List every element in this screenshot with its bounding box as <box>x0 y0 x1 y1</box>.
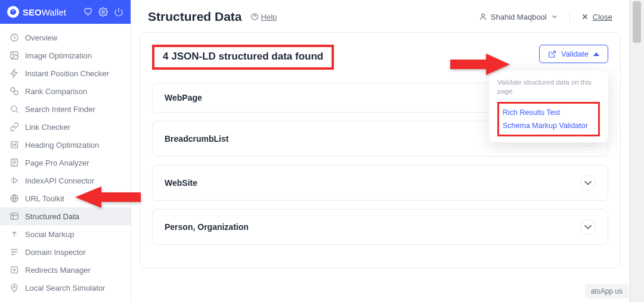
dropdown-title: Validate structured data on this page <box>497 78 600 96</box>
chevron-up-icon <box>593 52 599 56</box>
help-link[interactable]: Help <box>250 13 277 21</box>
sidebar-item-label: Local Search Simulator <box>25 284 105 292</box>
close-button[interactable]: Close <box>581 13 612 21</box>
brand-logo-icon <box>7 6 19 18</box>
accordion-label: BreadcrumbList <box>165 134 228 144</box>
validate-button[interactable]: Validate <box>539 45 608 63</box>
sidebar-item-heading-optimization[interactable]: Heading Optimization <box>0 136 131 154</box>
sidebar-item-social-markup[interactable]: Social Markup <box>0 225 131 243</box>
svg-point-6 <box>11 106 17 111</box>
sidebar: SEOWallet Overview Image Optimization In… <box>0 0 131 302</box>
sidebar-item-local-search[interactable]: Local Search Simulator <box>0 279 131 297</box>
sidebar-item-label: Redirects Manager <box>25 266 91 275</box>
sidebar-item-instant-position[interactable]: Instant Position Checker <box>0 64 131 82</box>
sidebar-item-label: Social Markup <box>25 230 74 239</box>
accordion-label: WebPage <box>165 93 202 102</box>
chevron-down-icon <box>580 219 596 235</box>
sidebar-item-rank-comparison[interactable]: Rank Comparison <box>0 82 131 100</box>
power-icon[interactable] <box>114 7 123 17</box>
heart-icon[interactable] <box>83 7 92 17</box>
sidebar-item-label: Instant Position Checker <box>25 69 109 78</box>
sidebar-item-label: URL Toolkit <box>25 194 64 203</box>
sidebar-item-image-optimization[interactable]: Image Optimization <box>0 46 131 64</box>
user-icon <box>479 13 487 21</box>
structured-data-card: 4 JSON-LD structured data found Validate… <box>140 32 621 268</box>
browser-scrollbar[interactable] <box>630 0 644 302</box>
close-icon <box>581 13 589 21</box>
gear-icon[interactable] <box>98 7 108 17</box>
brand-name: SEOWallet <box>23 7 66 17</box>
sidebar-item-label: IndexAPI Connector <box>25 176 94 185</box>
sidebar-item-redirects[interactable]: Redirects Manager <box>0 261 131 279</box>
sidebar-item-label: Link Checker <box>25 123 70 132</box>
chevron-down-icon <box>550 13 559 21</box>
svg-point-0 <box>102 11 104 13</box>
help-icon <box>250 13 259 21</box>
accordion-label: WebSite <box>165 178 197 188</box>
accordion-item-person-org[interactable]: Person, Organization <box>152 209 608 245</box>
summary-heading: 4 JSON-LD structured data found <box>152 45 334 70</box>
sidebar-item-label: Domain Inspector <box>25 248 86 257</box>
svg-point-5 <box>14 91 18 95</box>
scrollbar-thumb[interactable] <box>633 1 641 43</box>
validate-dropdown: Validate structured data on this page Ri… <box>489 71 608 142</box>
divider <box>569 11 570 23</box>
chevron-down-icon <box>580 175 596 191</box>
main-content: Structured Data Help Shahid Maqbool Clos… <box>131 0 629 302</box>
sidebar-nav: Overview Image Optimization Instant Posi… <box>0 24 131 302</box>
sidebar-item-domain-inspector[interactable]: Domain Inspector <box>0 243 131 261</box>
sidebar-item-search-intent[interactable]: Search Intent Finder <box>0 100 131 118</box>
sidebar-item-structured-data[interactable]: Structured Data <box>0 207 131 225</box>
whatsapp-widget[interactable]: atsApp us <box>585 284 628 298</box>
sidebar-item-label: Search Intent Finder <box>25 105 95 114</box>
svg-point-3 <box>13 54 14 55</box>
sidebar-item-label: Rank Comparison <box>25 87 87 96</box>
accordion-item-website[interactable]: WebSite <box>152 165 608 201</box>
sidebar-item-indexapi[interactable]: IndexAPI Connector <box>0 172 131 189</box>
sidebar-item-page-pro[interactable]: Page Pro Analyzer <box>0 154 131 172</box>
sidebar-header: SEOWallet <box>0 0 131 24</box>
sidebar-item-overview[interactable]: Overview <box>0 29 131 46</box>
dropdown-link-schema-validator[interactable]: Schema Markup Validator <box>501 119 596 132</box>
sidebar-item-serp-analysis[interactable]: SERP Analysis <box>0 297 131 302</box>
sidebar-item-label: Heading Optimization <box>25 141 99 150</box>
svg-point-18 <box>481 14 484 17</box>
sidebar-item-url-toolkit[interactable]: URL Toolkit <box>0 189 131 207</box>
page-title: Structured Data <box>148 10 242 24</box>
sidebar-item-label: Page Pro Analyzer <box>25 158 89 167</box>
page-header: Structured Data Help Shahid Maqbool Clos… <box>131 0 629 32</box>
svg-point-4 <box>11 88 15 92</box>
svg-rect-10 <box>11 213 18 220</box>
sidebar-item-label: Structured Data <box>25 212 79 221</box>
sidebar-item-label: Overview <box>25 33 57 42</box>
user-menu[interactable]: Shahid Maqbool <box>479 13 559 21</box>
accordion-label: Person, Organization <box>165 222 249 232</box>
dropdown-link-rich-results[interactable]: Rich Results Test <box>501 106 596 119</box>
brand[interactable]: SEOWallet <box>7 6 66 18</box>
external-link-icon <box>548 50 556 58</box>
sidebar-item-link-checker[interactable]: Link Checker <box>0 118 131 136</box>
sidebar-item-label: Image Optimization <box>25 51 92 60</box>
svg-point-12 <box>14 286 16 288</box>
